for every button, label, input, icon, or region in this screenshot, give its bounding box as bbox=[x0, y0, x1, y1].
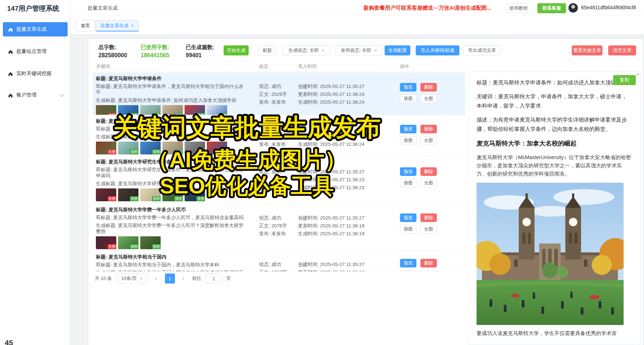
article-thumbnail[interactable]: 生图 bbox=[96, 142, 116, 154]
current-page-button[interactable]: 1 bbox=[165, 273, 175, 284]
preview-button[interactable]: 预览 bbox=[400, 125, 416, 133]
status-text: 状态: 成功 bbox=[259, 215, 298, 223]
generated-time: 生成时间: 2025-05-27 11:36:24 bbox=[298, 141, 405, 149]
generate-image-button[interactable]: 生图 bbox=[420, 270, 437, 272]
contact-support-button[interactable]: 联系客服 bbox=[537, 3, 566, 13]
search-image-button[interactable]: 搜图 bbox=[400, 225, 416, 233]
tab-home[interactable]: 首页 bbox=[76, 20, 95, 31]
search-image-button[interactable]: 搜图 bbox=[400, 136, 416, 145]
sidebar-item-account[interactable]: 账户管理 bbox=[3, 88, 68, 102]
delete-button[interactable]: 删除 bbox=[420, 259, 437, 267]
generated-count-label: 已生成篇数: bbox=[186, 44, 214, 51]
article-thumbnail[interactable]: 搜图 bbox=[140, 188, 161, 201]
search-image-button[interactable]: 搜图 bbox=[400, 94, 416, 103]
preview-button[interactable]: 预览 bbox=[400, 167, 416, 176]
close-icon[interactable]: × bbox=[131, 23, 134, 28]
updated-time: 更新时间: 2025-05-27 11:36:13 bbox=[298, 269, 405, 272]
article-thumbnail[interactable]: 搜图 bbox=[140, 142, 161, 154]
time-cell: 生成时间: 2025-05-27 11:36:24 bbox=[298, 125, 405, 149]
article-thumbnail[interactable]: 生图 bbox=[96, 105, 116, 115]
avatar[interactable] bbox=[568, 3, 578, 13]
article-subtitle: 双标题: 麦克马斯特大学学费一年多少人民币，麦克马斯特含金量高吗 bbox=[96, 215, 246, 221]
generate-image-button[interactable]: 生图 bbox=[420, 225, 437, 233]
tutorial-button[interactable]: 使用教程 bbox=[506, 3, 531, 13]
delete-button[interactable]: 删除 bbox=[420, 83, 437, 92]
article-thumbnail[interactable]: 搜图 bbox=[118, 236, 138, 249]
tab-batch-article[interactable]: 批量文章生成 × bbox=[96, 20, 139, 31]
col-actions: 操作 bbox=[400, 63, 409, 70]
article-thumbnail[interactable]: 搜图 bbox=[140, 236, 161, 249]
article-thumbnail[interactable]: 搜图 bbox=[185, 142, 205, 154]
global-config-button[interactable]: 全局配置 bbox=[385, 45, 410, 55]
word-count: 正文: 1957字 bbox=[259, 269, 298, 272]
article-thumbnail[interactable]: 搜图 bbox=[207, 142, 227, 154]
copy-button[interactable]: 复制 bbox=[613, 75, 636, 85]
publish-status-select[interactable]: 发布状态: 全部 bbox=[336, 45, 382, 55]
article-thumbnail[interactable]: 生图 bbox=[96, 236, 116, 249]
refresh-button[interactable]: 刷新 bbox=[259, 45, 276, 55]
article-thumbnail[interactable]: 搜图 bbox=[118, 142, 138, 154]
page-size-select[interactable]: 10条/页 bbox=[116, 273, 148, 284]
article-thumbnail[interactable]: 搜图 bbox=[185, 105, 205, 115]
preview-button[interactable]: 预览 bbox=[400, 213, 416, 222]
article-thumbnail[interactable]: 搜图 bbox=[118, 105, 138, 115]
search-image-button[interactable]: 搜图 bbox=[400, 270, 416, 272]
table-row[interactable]: 标题: 麦克马斯特大学 双标题: 麦克马斯特大 生成标题: 探索麦克马斯特大学 … bbox=[93, 115, 465, 156]
article-thumbnail[interactable]: 搜图 bbox=[162, 105, 183, 115]
preview-button[interactable]: 预览 bbox=[400, 83, 416, 92]
import-keywords-button[interactable]: 导入关键词/标题 bbox=[416, 45, 459, 55]
start-generate-button[interactable]: 开始生成 bbox=[224, 45, 249, 55]
search-image-button[interactable]: 搜图 bbox=[400, 179, 416, 187]
thumbnail-tag: 生图 bbox=[108, 244, 116, 249]
article-thumbnail[interactable]: 搜图 bbox=[118, 188, 138, 201]
next-page-button[interactable]: › bbox=[179, 273, 188, 284]
scroll-up-icon[interactable] bbox=[636, 73, 639, 75]
thumbnail-tag: 搜图 bbox=[196, 196, 205, 201]
prev-page-button[interactable]: ‹ bbox=[152, 273, 161, 284]
clear-articles-button[interactable]: 清空文章 bbox=[608, 45, 636, 55]
article-thumbnail[interactable]: 搜图 bbox=[162, 142, 183, 154]
preview-button[interactable]: 预览 bbox=[400, 259, 416, 267]
export-articles-button[interactable]: 导出成功文章 bbox=[463, 45, 501, 55]
watermark-text: 45 bbox=[5, 339, 13, 345]
thumbnail-tag: 生图 bbox=[108, 196, 116, 201]
reset-failed-button[interactable]: 重置失败文章 bbox=[572, 45, 602, 55]
goto-page-input[interactable] bbox=[206, 273, 222, 284]
actions-cell: 预览 删除 搜图 生图 bbox=[400, 167, 437, 187]
article-thumbnail[interactable]: 搜图 bbox=[185, 188, 205, 201]
app-title: 147用户管理系统 bbox=[7, 4, 59, 13]
publish-status bbox=[259, 184, 298, 192]
generate-image-button[interactable]: 生图 bbox=[420, 94, 437, 103]
total-words-label: 总字数: bbox=[98, 44, 116, 51]
table-row[interactable]: 标题: 麦克马斯特大学学费一年多少人民币 双标题: 麦克马斯特大学学费一年多少人… bbox=[93, 204, 465, 251]
sidebar-item-batch-site[interactable]: 批量站点管理 bbox=[3, 44, 68, 59]
table-row[interactable]: 标题: 麦克马斯特大学相当于国内 双标题: 麦克马斯特大学相当于国内，麦克马斯特… bbox=[93, 251, 465, 272]
home-icon bbox=[8, 27, 13, 32]
article-thumbnail[interactable]: 搜图 bbox=[207, 105, 227, 115]
table-row[interactable]: 标题: 麦克马斯特大学研究生申请条件 双标题: 麦克马斯特大学研究生申请条件，麦… bbox=[93, 156, 465, 204]
generate-image-button[interactable]: 生图 bbox=[420, 136, 437, 145]
delete-button[interactable]: 删除 bbox=[420, 213, 437, 222]
article-gen-title: 生成标题: 麦克马斯特大学研究生申请条件 bbox=[96, 181, 246, 187]
generate-image-button[interactable]: 生图 bbox=[420, 179, 437, 187]
sidebar-item-batch-article[interactable]: 批量文章生成 bbox=[3, 22, 68, 36]
sidebar-item-keyword-mining[interactable]: 实时关键词挖掘 bbox=[3, 66, 68, 81]
preview-title: 标题：麦克马斯特大学申请条件：如何成功进入加拿大顶级学府 bbox=[477, 78, 631, 87]
article-thumbnail[interactable]: 搜图 bbox=[162, 188, 183, 201]
article-thumbnail[interactable]: 搜图 bbox=[140, 105, 161, 115]
generate-status-select[interactable]: 生成状态: 全部 bbox=[283, 45, 330, 55]
table-row[interactable]: 标题: 麦克马斯特大学申请条件 双标题: 麦克马斯特大学申请条件，麦克马斯特大学… bbox=[93, 73, 465, 115]
delete-button[interactable]: 删除 bbox=[420, 125, 437, 133]
updated-time: 更新时间: 2025-05-27 11:36:19 bbox=[298, 223, 405, 231]
delete-button[interactable]: 删除 bbox=[420, 167, 437, 176]
updated-time bbox=[298, 133, 405, 141]
status-text: 状态: 成功 bbox=[259, 83, 298, 91]
generated-time: 生成时间: 2025-05-27 11:36:24 bbox=[298, 99, 405, 107]
article-preview-content: 标题：麦克马斯特大学申请条件：如何成功进入加拿大顶级学府 关键词：麦克马斯特大学… bbox=[469, 72, 640, 337]
article-thumbnail[interactable]: 生图 bbox=[96, 188, 116, 201]
campus-photo bbox=[477, 183, 624, 325]
sidebar-item-label: 实时关键词挖掘 bbox=[16, 70, 52, 77]
home-icon bbox=[8, 93, 13, 98]
article-title: 标题: 麦克马斯特大学 bbox=[96, 118, 246, 124]
article-title: 标题: 麦克马斯特大学相当于国内 bbox=[96, 254, 246, 260]
